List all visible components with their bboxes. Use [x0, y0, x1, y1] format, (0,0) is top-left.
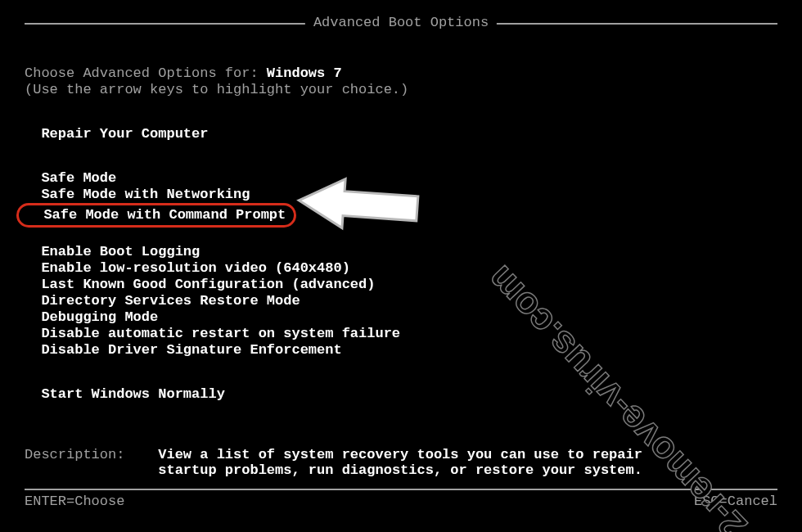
- footer-esc: ESC=Cancel: [694, 494, 777, 509]
- hint-line: (Use the arrow keys to highlight your ch…: [25, 82, 777, 98]
- menu-repair-computer[interactable]: Repair Your Computer: [25, 126, 208, 142]
- menu-last-known-good[interactable]: Last Known Good Configuration (advanced): [25, 277, 375, 293]
- menu-safe-mode-command-prompt[interactable]: Safe Mode with Command Prompt: [16, 203, 296, 228]
- content-area: Choose Advanced Options for: Windows 7 (…: [25, 65, 777, 478]
- boot-screen: Advanced Boot Options Choose Advanced Op…: [0, 0, 802, 532]
- intro-prefix: Choose Advanced Options for:: [25, 65, 267, 81]
- description-label: Description:: [25, 447, 158, 478]
- screen-title: Advanced Boot Options: [305, 15, 497, 30]
- menu-safe-mode[interactable]: Safe Mode: [25, 170, 116, 187]
- menu-disable-driver-sig[interactable]: Disable Driver Signature Enforcement: [25, 342, 342, 358]
- menu-enable-boot-logging[interactable]: Enable Boot Logging: [25, 244, 200, 260]
- menu-safe-mode-networking[interactable]: Safe Mode with Networking: [25, 187, 250, 203]
- description-block: Description: View a list of system recov…: [25, 447, 777, 478]
- menu-debugging-mode[interactable]: Debugging Mode: [25, 309, 158, 326]
- menu-low-res-video[interactable]: Enable low-resolution video (640x480): [25, 260, 350, 277]
- os-name: Windows 7: [267, 65, 342, 81]
- description-line-2: startup problems, run diagnostics, or re…: [158, 462, 642, 478]
- description-line-1: View a list of system recovery tools you…: [158, 447, 642, 462]
- footer-bar: ENTER=Choose ESC=Cancel: [25, 489, 777, 509]
- menu-disable-auto-restart[interactable]: Disable automatic restart on system fail…: [25, 326, 400, 342]
- footer-enter: ENTER=Choose: [25, 494, 124, 509]
- menu-start-windows-normally[interactable]: Start Windows Normally: [25, 386, 225, 403]
- menu-ds-restore-mode[interactable]: Directory Services Restore Mode: [25, 293, 300, 309]
- intro-line: Choose Advanced Options for: Windows 7: [25, 65, 777, 82]
